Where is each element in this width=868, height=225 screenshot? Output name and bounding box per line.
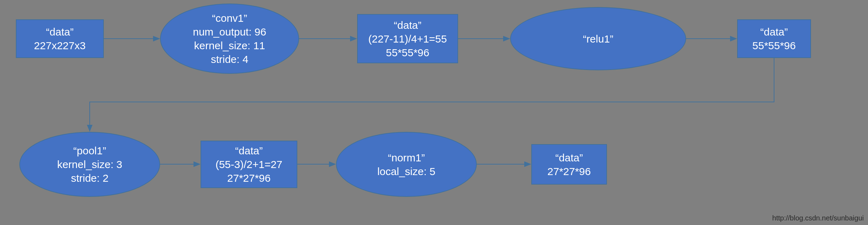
watermark-text: http://blog.csdn.net/sunbaigui xyxy=(772,214,864,222)
arrow-1 xyxy=(0,0,868,225)
